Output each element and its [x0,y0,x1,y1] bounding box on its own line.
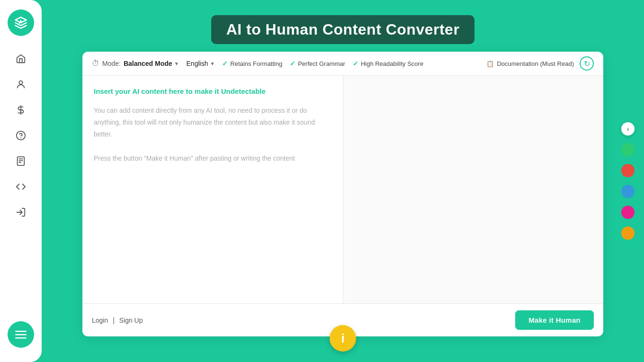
sidebar-item-help[interactable] [9,124,32,147]
language-selector[interactable]: English ▼ [187,60,215,67]
toolbar-right: 📋 Documentation (Must Read) ↻ [486,56,594,71]
svg-rect-11 [15,337,27,339]
mode-selector: ⏱ Mode: Balanced Mode ▼ [92,59,179,68]
sidebar-item-home[interactable] [9,47,32,70]
sidebar-bottom [8,321,34,348]
sidebar-item-documents[interactable] [9,150,32,172]
info-button[interactable]: i [330,325,356,352]
toolbar: ⏱ Mode: Balanced Mode ▼ English ▼ ✓ Reta… [82,52,603,76]
checkmark-icon: ✓ [222,60,228,67]
svg-rect-9 [15,331,27,332]
sidebar-item-user[interactable] [9,73,32,96]
login-links: Login | Sign Up [92,317,143,324]
language-dropdown-arrow: ▼ [210,61,215,66]
arrow-right-button[interactable]: › [621,122,635,136]
dot-orange[interactable] [621,226,635,240]
mode-label: Mode: [102,60,121,67]
sidebar-item-pricing[interactable] [9,99,32,121]
dot-red[interactable] [621,164,635,177]
svg-rect-10 [15,334,27,335]
sidebar-item-api[interactable] [9,175,32,198]
login-sep: | [113,317,115,324]
checkmark-icon-3: ✓ [353,60,358,67]
mode-dropdown-arrow: ▼ [174,61,179,66]
perfect-grammar-check: ✓ Perfect Grammar [290,60,345,67]
output-pane [343,76,604,303]
doc-icon: 📋 [486,60,494,67]
retains-formatting-check: ✓ Retains Formatting [222,60,282,67]
input-pane[interactable]: Insert your AI content here to make it U… [82,76,343,303]
sidebar [0,0,42,362]
make-human-button[interactable]: Make it Human [515,310,594,330]
editor-heading: Insert your AI content here to make it U… [94,87,331,95]
mode-icon: ⏱ [92,59,99,68]
sidebar-logo[interactable] [8,9,34,36]
converter-card: ⏱ Mode: Balanced Mode ▼ English ▼ ✓ Reta… [82,52,603,336]
placeholder-text-1: You can add content directly from any AI… [94,105,331,164]
mode-value[interactable]: Balanced Mode ▼ [124,60,179,67]
dot-green[interactable] [621,143,635,156]
dot-blue[interactable] [621,185,635,198]
dot-pink[interactable] [621,206,635,219]
high-readability-check: ✓ High Readability Score [353,60,423,67]
dots-panel: › [621,122,635,240]
refresh-button[interactable]: ↻ [580,56,594,71]
title-container: AI to Human Content Converter [211,15,475,44]
svg-point-0 [19,81,22,84]
sidebar-item-login[interactable] [9,201,32,224]
menu-button[interactable] [8,321,34,348]
sidebar-nav [9,47,32,317]
editor-area: Insert your AI content here to make it U… [82,76,603,303]
checkmark-icon-2: ✓ [290,60,295,67]
app-title: AI to Human Content Converter [211,15,475,44]
signup-link[interactable]: Sign Up [119,317,143,324]
documentation-link[interactable]: 📋 Documentation (Must Read) [486,60,574,67]
main-content: AI to Human Content Converter ⏱ Mode: Ba… [42,0,644,362]
login-link[interactable]: Login [92,317,108,324]
